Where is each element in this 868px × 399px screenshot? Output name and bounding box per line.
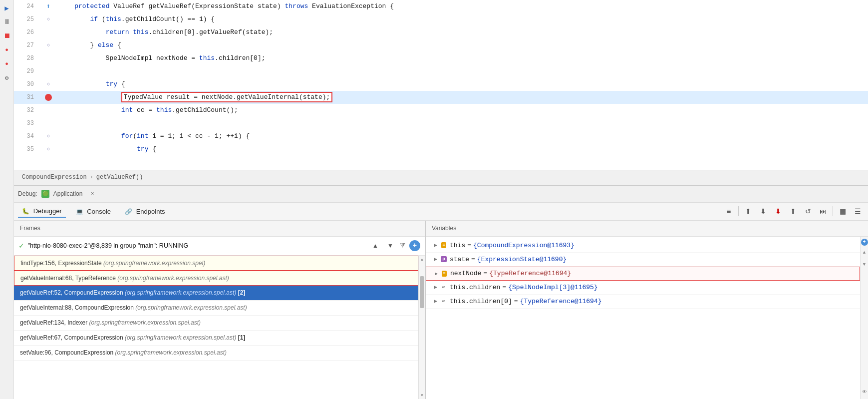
breadcrumb-sep: › — [90, 174, 93, 181]
var-icon-children: ∞ — [440, 284, 448, 291]
frame-label-4: getValueRef:134, Indexer — [20, 319, 89, 326]
frame-item-5[interactable]: getValueRef:67, CompoundExpression (org.… — [14, 331, 418, 346]
var-arrow-this[interactable]: ▶ — [432, 241, 440, 249]
sidebar-error-icon[interactable]: ● — [1, 58, 13, 70]
toolbar-run-to-cursor-btn[interactable]: ↺ — [802, 205, 815, 218]
var-eq-this: = — [467, 242, 471, 249]
left-sidebar: ▶ ⏸ ⏹ ● ● ⚙ — [0, 0, 14, 399]
app-icon: 🟢 — [41, 190, 49, 198]
main-layout: ▶ ⏸ ⏹ ● ● ⚙ 24 ⬆ protected ValueRef getV… — [0, 0, 868, 399]
line-gutter-27: ◇ — [38, 39, 59, 52]
tab-debugger-label: Debugger — [33, 207, 62, 215]
variables-label: Variables — [432, 225, 456, 232]
variables-panel-header: Variables — [426, 221, 868, 237]
scroll-up-btn[interactable]: ▲ — [419, 256, 425, 264]
var-name-children: this.children — [450, 284, 500, 291]
list-icon-this: ≡ — [441, 242, 446, 248]
code-line-26: 26 return this.children[0].getValueRef(s… — [14, 26, 868, 39]
var-scroll-down-btn[interactable]: ▼ — [861, 260, 868, 270]
frame-item-3[interactable]: getValueInternal:88, CompoundExpression … — [14, 301, 418, 316]
kw-else: else — [98, 41, 113, 49]
toolbar-layout-btn[interactable]: ☰ — [851, 205, 864, 218]
toolbar-step-into-btn[interactable]: ⬇ — [757, 205, 770, 218]
toolbar-grid-view-btn[interactable]: ▦ — [836, 205, 849, 218]
var-scroll-up-btn[interactable]: ▲ — [861, 248, 868, 258]
variables-panel: Variables ▶ ≡ this = — [426, 221, 868, 399]
frame-italic-3: (org.springframework.expression.spel.ast… — [135, 304, 247, 311]
kw-throws: throws — [285, 2, 308, 10]
add-btn[interactable]: + — [409, 240, 420, 251]
frame-item-4[interactable]: getValueRef:134, Indexer (org.springfram… — [14, 316, 418, 331]
var-eq-nextnode: = — [483, 270, 487, 277]
toolbar-evaluate-btn[interactable]: ⏭ — [817, 205, 830, 218]
kw-this-26: this — [133, 28, 148, 36]
line-content-25: if (this.getChildCount() == 1) { — [59, 13, 868, 26]
var-eq-state: = — [471, 256, 475, 263]
var-value-children: {SpelNodeImpl[3]@11695} — [508, 284, 597, 291]
line-num-32: 32 — [14, 104, 38, 117]
thread-up-btn[interactable]: ▲ — [370, 240, 381, 251]
frame-bold-5: [1] — [238, 334, 246, 341]
var-add-btn[interactable]: + — [861, 239, 868, 246]
var-watch-icon[interactable]: 👁 — [861, 387, 868, 397]
toolbar-force-step-into-btn[interactable]: ⬇ — [772, 205, 785, 218]
tab-endpoints-btn[interactable]: 🔗 Endpoints — [121, 206, 169, 217]
close-debug-tab-btn[interactable]: × — [88, 190, 96, 198]
var-item-children: ▶ ∞ this.children = {SpelNodeImpl[3]@116… — [426, 281, 860, 295]
toolbar-step-over-btn[interactable]: ⬆ — [742, 205, 755, 218]
breadcrumb-class: CompoundExpression — [22, 174, 87, 181]
debugger-icon: 🐛 — [22, 208, 29, 215]
scroll-track — [419, 264, 425, 391]
frame-italic-1: (org.springframework.expression.spel.ast… — [117, 275, 229, 282]
sidebar-breakpoint-icon[interactable]: ● — [1, 44, 13, 56]
line-num-27: 27 — [14, 39, 38, 52]
line-num-29: 29 — [14, 65, 38, 78]
frame-item-1[interactable]: getValueInternal:68, TypeReference (org.… — [14, 271, 418, 286]
kw-return: return — [106, 28, 129, 36]
code-line-27: 27 ◇ } else { — [14, 39, 868, 52]
line-num-24: 24 — [14, 0, 38, 13]
sidebar-pause-icon[interactable]: ⏸ — [1, 16, 13, 28]
breadcrumb: CompoundExpression › getValueRef() — [14, 170, 868, 185]
frame-item-6[interactable]: setValue:96, CompoundExpression (org.spr… — [14, 346, 418, 361]
toolbar-step-out-btn[interactable]: ⬆ — [787, 205, 800, 218]
sidebar-settings-icon[interactable]: ⚙ — [1, 72, 13, 84]
var-arrow-nextnode[interactable]: ▶ — [432, 270, 440, 278]
breakpoint-highlight-box: TypedValue result = nextNode.getValueInt… — [121, 92, 332, 102]
kw-try-35: try — [137, 145, 148, 153]
code-line-30: 30 ◇ try { — [14, 78, 868, 91]
frame-item-2[interactable]: getValueRef:52, CompoundExpression (org.… — [14, 286, 418, 301]
breakpoint-dot-31[interactable] — [45, 94, 52, 101]
var-arrow-children[interactable]: ▶ — [432, 283, 440, 291]
line-gutter-24: ⬆ — [38, 0, 59, 13]
code-line-29: 29 — [14, 65, 868, 78]
var-arrow-children0[interactable]: ▶ — [432, 297, 440, 305]
sidebar-stop-icon[interactable]: ⏹ — [1, 30, 13, 42]
tab-debugger-btn[interactable]: 🐛 Debugger — [18, 205, 66, 218]
thread-down-btn[interactable]: ▼ — [385, 240, 396, 251]
kw-this-32: this — [156, 106, 172, 114]
line-gutter-25: ◇ — [38, 13, 59, 26]
frame-label-5: getValueRef:67, CompoundExpression — [20, 334, 125, 341]
code-line-24: 24 ⬆ protected ValueRef getValueRef(Expr… — [14, 0, 868, 13]
up-arrow-24: ⬆ — [46, 0, 50, 13]
sidebar-run-icon[interactable]: ▶ — [1, 2, 13, 14]
frame-italic-0: (org.springframework.expression.spel) — [103, 260, 205, 267]
code-line-33: 33 — [14, 117, 868, 130]
thread-check-icon: ✓ — [19, 241, 24, 251]
line-gutter-34: ◇ — [38, 130, 59, 143]
code-line-31: 31 TypedValue result = nextNode.getValue… — [14, 91, 868, 104]
frame-list: findType:156, ExpressionState (org.sprin… — [14, 256, 418, 399]
tab-console-btn[interactable]: 💻 Console — [72, 206, 115, 217]
line-content-31: TypedValue result = nextNode.getValueInt… — [59, 91, 868, 104]
toolbar-settings-icon-btn[interactable]: ≡ — [722, 205, 735, 218]
toolbar-sep-1 — [738, 206, 739, 216]
var-value-children0: {TypeReference@11694} — [520, 298, 602, 305]
code-line-35: 35 ◇ try { — [14, 143, 868, 156]
frame-label-6: setValue:96, CompoundExpression — [20, 349, 115, 356]
scroll-down-btn[interactable]: ▼ — [419, 391, 425, 399]
code-line-32: 32 int cc = this.getChildCount(); — [14, 104, 868, 117]
filter-icon[interactable]: ⧩ — [400, 242, 405, 250]
frame-item-0[interactable]: findType:156, ExpressionState (org.sprin… — [14, 256, 418, 271]
var-arrow-state[interactable]: ▶ — [432, 255, 440, 263]
